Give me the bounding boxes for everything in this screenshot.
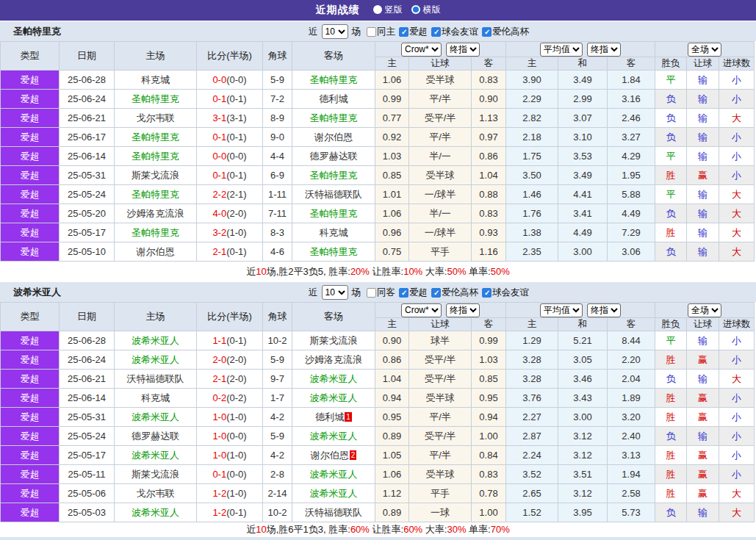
away-team-cell[interactable]: 斯莱戈流浪 — [292, 331, 375, 350]
fulltime-score: 0-1 — [212, 170, 226, 181]
away-team-cell[interactable]: 谢尔伯恩2 — [292, 446, 375, 465]
home-team-cell[interactable]: 谢尔伯恩 — [115, 242, 197, 262]
handicap-result: 输 — [687, 242, 719, 262]
table-body: 爱超25-06-28科克城0-0(0-0)5-9圣帕特里克1.06受半球0.83… — [1, 71, 755, 262]
home-team-name: 圣帕特里克 — [132, 93, 179, 104]
away-team-cell[interactable]: 沃特福德联队 — [292, 503, 375, 522]
match-count-select[interactable]: 10 — [322, 285, 348, 300]
wdl-result: 胜 — [655, 223, 687, 242]
competition-label: 球会友谊 — [442, 26, 478, 38]
competition-checkbox[interactable] — [482, 288, 492, 298]
goals-result: 小 — [719, 71, 755, 90]
halftime-score: (2-1) — [226, 189, 246, 200]
odds-group-header-2: 全场 — [655, 42, 755, 57]
corner-cell: 2-8 — [263, 465, 292, 484]
away-team-cell[interactable]: 波希米亚人 — [292, 427, 375, 446]
home-team-cell[interactable]: 圣帕特里克 — [115, 147, 197, 166]
home-team-cell[interactable]: 沙姆洛克流浪 — [115, 204, 197, 223]
odds-source-select[interactable]: 平均值 — [540, 43, 583, 57]
column-header-4: 角球 — [263, 303, 292, 331]
handicap-result: 输 — [687, 223, 719, 242]
away-team-cell[interactable]: 德利城 — [292, 90, 375, 109]
summary-text: 近 — [246, 524, 256, 535]
same-venue-checkbox[interactable] — [367, 288, 376, 298]
avg-home-odds: 2.82 — [506, 109, 558, 128]
wdl-result: 负 — [655, 427, 687, 446]
view-mode-radio-selected[interactable]: 横版 — [411, 4, 441, 16]
home-team-cell[interactable]: 波希米亚人 — [115, 350, 197, 370]
competition-checkbox[interactable] — [399, 27, 408, 37]
wdl-result: 负 — [655, 90, 687, 109]
fulltime-score: 0-1 — [212, 132, 226, 143]
avg-away-odds: 1.84 — [608, 71, 655, 90]
fulltime-score: 1-0 — [212, 450, 226, 461]
home-team-cell[interactable]: 科克城 — [115, 389, 197, 408]
radio-icon[interactable] — [373, 5, 382, 14]
away-team-cell[interactable]: 德罗赫达联 — [292, 147, 375, 166]
avg-home-odds: 1.46 — [506, 185, 558, 204]
away-team-cell[interactable]: 圣帕特里克 — [292, 242, 375, 262]
goals-result: 小 — [719, 147, 755, 166]
home-team-cell[interactable]: 波希米亚人 — [115, 408, 197, 427]
odds-source-select[interactable]: 终指 — [587, 43, 621, 57]
odds-source-select[interactable]: 终指 — [446, 303, 480, 317]
away-team-cell[interactable]: 波希米亚人 — [292, 465, 375, 484]
wdl-result: 平 — [655, 331, 687, 350]
handicap-result: 输 — [687, 204, 719, 223]
home-team-cell[interactable]: 斯莱戈流浪 — [115, 465, 197, 484]
away-team-cell[interactable]: 波希米亚人 — [292, 484, 375, 503]
home-team-cell[interactable]: 沃特福德联队 — [115, 370, 197, 389]
score-cell: 1-0(0-0) — [197, 427, 263, 446]
avg-draw-odds: 3.41 — [558, 204, 608, 223]
home-team-cell[interactable]: 科克城 — [115, 71, 197, 90]
home-team-cell[interactable]: 圣帕特里克 — [115, 223, 197, 242]
same-venue-checkbox[interactable] — [367, 27, 376, 37]
halftime-score: (3-1) — [226, 112, 246, 123]
away-team-cell[interactable]: 沃特福德联队 — [292, 185, 375, 204]
home-team-cell[interactable]: 戈尔韦联 — [115, 484, 197, 503]
home-team-cell[interactable]: 波希米亚人 — [115, 503, 197, 522]
match-count-select[interactable]: 10 — [322, 24, 348, 39]
competition-checkbox[interactable] — [399, 288, 408, 298]
radio-icon[interactable] — [411, 5, 420, 14]
games-label: 场 — [352, 287, 361, 299]
table-row: 爱超25-05-24德罗赫达联1-0(0-0)5-9波希米亚人0.89受平/半1… — [1, 427, 755, 446]
away-team-cell[interactable]: 圣帕特里克 — [292, 71, 375, 90]
competition-checkbox[interactable] — [431, 27, 441, 37]
home-team-cell[interactable]: 圣帕特里克 — [115, 90, 197, 109]
away-team-name: 圣帕特里克 — [310, 170, 358, 181]
away-team-cell[interactable]: 沙姆洛克流浪 — [292, 350, 375, 370]
away-team-cell[interactable]: 德利城1 — [292, 408, 375, 427]
odds-source-select[interactable]: Crow* — [401, 303, 442, 317]
home-team-cell[interactable]: 戈尔韦联 — [115, 109, 197, 128]
halftime-score: (0-1) — [226, 246, 246, 257]
away-team-cell[interactable]: 圣帕特里克 — [292, 204, 375, 223]
odds-source-select[interactable]: 平均值 — [540, 303, 583, 317]
crow-home-odds: 0.77 — [375, 109, 409, 128]
odds-source-select[interactable]: 终指 — [446, 43, 480, 57]
home-team-cell[interactable]: 斯莱戈流浪 — [115, 166, 197, 185]
away-team-cell[interactable]: 谢尔伯恩 — [292, 128, 375, 147]
home-team-cell[interactable]: 德罗赫达联 — [115, 427, 197, 446]
away-team-cell[interactable]: 圣帕特里克 — [292, 109, 375, 128]
home-team-cell[interactable]: 波希米亚人 — [115, 331, 197, 350]
avg-home-odds: 2.27 — [506, 408, 558, 427]
summary-text: 大率: — [422, 266, 447, 277]
away-team-cell[interactable]: 圣帕特里克 — [292, 166, 375, 185]
odds-source-select[interactable]: Crow* — [401, 43, 442, 57]
home-team-name: 沃特福德联队 — [127, 373, 184, 384]
home-team-cell[interactable]: 圣帕特里克 — [115, 185, 197, 204]
odds-source-select[interactable]: 全场 — [688, 303, 721, 317]
odds-source-select[interactable]: 全场 — [688, 43, 721, 57]
away-team-cell[interactable]: 波希米亚人 — [292, 389, 375, 408]
odds-source-select[interactable]: 终指 — [587, 303, 621, 317]
competition-checkbox[interactable] — [482, 27, 492, 37]
home-team-cell[interactable]: 圣帕特里克 — [115, 128, 197, 147]
crow-away-odds: 0.85 — [472, 370, 506, 389]
view-mode-radio-option[interactable]: 竖版 — [373, 4, 403, 16]
away-team-cell[interactable]: 波希米亚人 — [292, 370, 375, 389]
away-team-cell[interactable]: 科克城 — [292, 223, 375, 242]
competition-checkbox[interactable] — [431, 288, 441, 298]
halftime-score: (0-2) — [226, 392, 246, 403]
home-team-cell[interactable]: 波希米亚人 — [115, 446, 197, 465]
